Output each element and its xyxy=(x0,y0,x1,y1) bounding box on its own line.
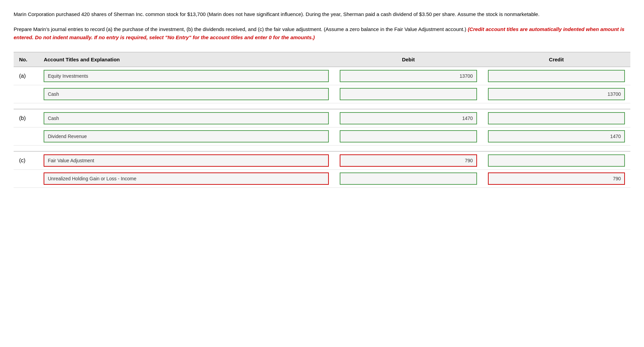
debit-cell[interactable] xyxy=(334,109,482,127)
row-label xyxy=(14,127,38,146)
table-row xyxy=(14,85,630,103)
debit-cell[interactable] xyxy=(334,151,482,170)
account-cell[interactable] xyxy=(38,109,334,127)
spacer-row xyxy=(14,103,630,109)
debit-input[interactable] xyxy=(340,172,477,185)
intro-paragraph1: Marin Corporation purchased 420 shares o… xyxy=(14,10,630,18)
account-cell[interactable] xyxy=(38,127,334,146)
credit-input[interactable] xyxy=(488,70,625,82)
account-cell[interactable] xyxy=(38,170,334,188)
credit-input[interactable] xyxy=(488,112,625,124)
credit-input[interactable] xyxy=(488,130,625,142)
table-header-row: No. Account Titles and Explanation Debit… xyxy=(14,52,630,67)
debit-input[interactable] xyxy=(340,130,477,142)
account-cell[interactable] xyxy=(38,85,334,103)
account-cell[interactable] xyxy=(38,67,334,85)
intro-paragraph2: Prepare Marin’s journal entries to recor… xyxy=(14,25,630,42)
row-label: (a) xyxy=(14,67,38,85)
credit-cell[interactable] xyxy=(482,109,630,127)
debit-cell[interactable] xyxy=(334,67,482,85)
table-row: (c) xyxy=(14,151,630,170)
credit-cell[interactable] xyxy=(482,151,630,170)
account-cell[interactable] xyxy=(38,151,334,170)
debit-input[interactable] xyxy=(340,70,477,82)
account-input[interactable] xyxy=(44,154,329,167)
instruction-normal: Prepare Marin’s journal entries to recor… xyxy=(14,26,468,32)
credit-cell[interactable] xyxy=(482,127,630,146)
debit-input[interactable] xyxy=(340,88,477,100)
credit-input[interactable] xyxy=(488,88,625,100)
account-input[interactable] xyxy=(44,112,329,124)
row-label xyxy=(14,170,38,188)
row-label: (b) xyxy=(14,109,38,127)
table-row xyxy=(14,127,630,146)
account-input[interactable] xyxy=(44,172,329,185)
journal-table: No. Account Titles and Explanation Debit… xyxy=(14,52,630,188)
table-row xyxy=(14,170,630,188)
account-input[interactable] xyxy=(44,130,329,142)
header-debit: Debit xyxy=(334,52,482,67)
header-credit: Credit xyxy=(482,52,630,67)
debit-cell[interactable] xyxy=(334,85,482,103)
header-account: Account Titles and Explanation xyxy=(38,52,334,67)
debit-input[interactable] xyxy=(340,112,477,124)
account-input[interactable] xyxy=(44,88,329,100)
credit-cell[interactable] xyxy=(482,85,630,103)
table-row: (a) xyxy=(14,67,630,85)
header-no: No. xyxy=(14,52,38,67)
credit-cell[interactable] xyxy=(482,170,630,188)
debit-cell[interactable] xyxy=(334,127,482,146)
table-row: (b) xyxy=(14,109,630,127)
credit-cell[interactable] xyxy=(482,67,630,85)
account-input[interactable] xyxy=(44,70,329,82)
debit-cell[interactable] xyxy=(334,170,482,188)
spacer-row xyxy=(14,146,630,152)
credit-input[interactable] xyxy=(488,172,625,185)
credit-input[interactable] xyxy=(488,154,625,167)
row-label: (c) xyxy=(14,151,38,170)
debit-input[interactable] xyxy=(340,154,477,167)
row-label xyxy=(14,85,38,103)
